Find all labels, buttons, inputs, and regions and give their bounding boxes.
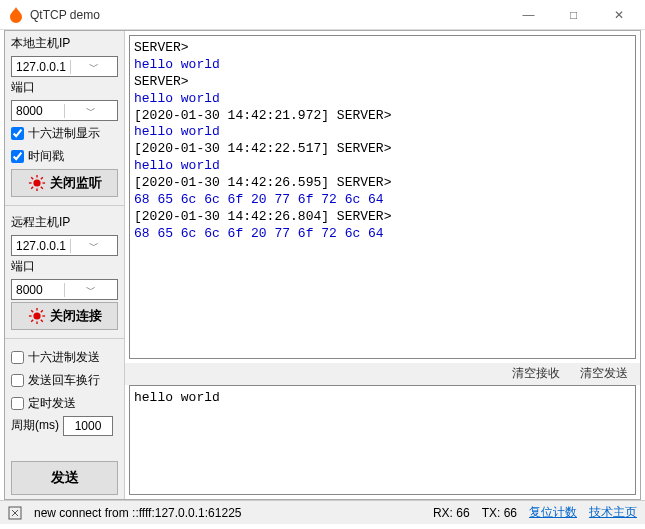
main-panel: SERVER>hello worldSERVER>hello world[202…: [125, 31, 640, 499]
period-input[interactable]: [63, 416, 113, 436]
hex-display-input[interactable]: [11, 127, 24, 140]
clear-send-button[interactable]: 清空发送: [580, 365, 628, 383]
svg-line-8: [40, 177, 42, 179]
recv-line: 68 65 6c 6c 6f 20 77 6f 72 6c 64: [134, 226, 631, 243]
period-label: 周期(ms): [11, 417, 59, 434]
svg-line-14: [31, 310, 33, 312]
remote-port-label: 端口: [11, 258, 118, 275]
local-port-label: 端口: [11, 79, 118, 96]
close-listen-button[interactable]: 关闭监听: [11, 169, 118, 197]
timestamp-checkbox[interactable]: 时间戳: [11, 148, 118, 165]
timed-send-input[interactable]: [11, 397, 24, 410]
remote-ip-label: 远程主机IP: [11, 214, 118, 231]
recv-line: SERVER>: [134, 40, 631, 57]
maximize-button[interactable]: □: [551, 1, 596, 29]
send-newline-checkbox[interactable]: 发送回车换行: [11, 372, 118, 389]
local-ip-label: 本地主机IP: [11, 35, 118, 52]
hex-send-input[interactable]: [11, 351, 24, 364]
remote-port-value: 8000: [12, 283, 64, 297]
rx-counter: RX: 66: [433, 506, 470, 520]
recv-line: SERVER>: [134, 74, 631, 91]
clear-recv-button[interactable]: 清空接收: [512, 365, 560, 383]
minimize-button[interactable]: —: [506, 1, 551, 29]
tx-counter: TX: 66: [482, 506, 517, 520]
app-icon: [8, 7, 24, 23]
close-button[interactable]: ✕: [596, 1, 641, 29]
reset-counter-link[interactable]: 复位计数: [529, 504, 577, 521]
remote-ip-value: 127.0.0.1: [12, 239, 70, 253]
chevron-down-icon: ﹀: [64, 283, 117, 297]
recv-line: [2020-01-30 14:42:26.595] SERVER>: [134, 175, 631, 192]
pin-icon[interactable]: [8, 506, 22, 520]
local-ip-combo[interactable]: 127.0.0.1 ﹀: [11, 56, 118, 77]
divider: [5, 338, 124, 339]
recv-line: [2020-01-30 14:42:26.804] SERVER>: [134, 209, 631, 226]
send-textarea[interactable]: hello world: [129, 385, 636, 495]
timed-send-checkbox[interactable]: 定时发送: [11, 395, 118, 412]
sun-icon: [28, 307, 46, 325]
homepage-link[interactable]: 技术主页: [589, 504, 637, 521]
status-bar: new connect from ::ffff:127.0.0.1:61225 …: [0, 500, 645, 524]
recv-line: 68 65 6c 6c 6f 20 77 6f 72 6c 64: [134, 192, 631, 209]
chevron-down-icon: ﹀: [70, 239, 117, 253]
chevron-down-icon: ﹀: [70, 60, 117, 74]
divider: [5, 205, 124, 206]
local-port-value: 8000: [12, 104, 64, 118]
sun-icon: [28, 174, 46, 192]
svg-line-16: [31, 320, 33, 322]
remote-ip-combo[interactable]: 127.0.0.1 ﹀: [11, 235, 118, 256]
timestamp-input[interactable]: [11, 150, 24, 163]
recv-line: hello world: [134, 57, 631, 74]
hex-send-checkbox[interactable]: 十六进制发送: [11, 349, 118, 366]
recv-line: hello world: [134, 91, 631, 108]
window-title: QtTCP demo: [30, 8, 506, 22]
close-connection-button[interactable]: 关闭连接: [11, 302, 118, 330]
send-button[interactable]: 发送: [11, 461, 118, 495]
chevron-down-icon: ﹀: [64, 104, 117, 118]
svg-line-7: [31, 187, 33, 189]
svg-point-9: [33, 312, 40, 319]
svg-line-5: [31, 177, 33, 179]
local-port-combo[interactable]: 8000 ﹀: [11, 100, 118, 121]
recv-line: [2020-01-30 14:42:22.517] SERVER>: [134, 141, 631, 158]
svg-line-15: [40, 320, 42, 322]
sidebar: 本地主机IP 127.0.0.1 ﹀ 端口 8000 ﹀ 十六进制显示 时间戳 …: [5, 31, 125, 499]
recv-line: hello world: [134, 124, 631, 141]
receive-textarea[interactable]: SERVER>hello worldSERVER>hello world[202…: [129, 35, 636, 359]
svg-line-17: [40, 310, 42, 312]
svg-line-6: [40, 187, 42, 189]
local-ip-value: 127.0.0.1: [12, 60, 70, 74]
status-message: new connect from ::ffff:127.0.0.1:61225: [34, 506, 421, 520]
send-newline-input[interactable]: [11, 374, 24, 387]
svg-point-0: [33, 179, 40, 186]
hex-display-checkbox[interactable]: 十六进制显示: [11, 125, 118, 142]
recv-line: hello world: [134, 158, 631, 175]
titlebar: QtTCP demo — □ ✕: [0, 0, 645, 30]
recv-line: [2020-01-30 14:42:21.972] SERVER>: [134, 108, 631, 125]
remote-port-combo[interactable]: 8000 ﹀: [11, 279, 118, 300]
